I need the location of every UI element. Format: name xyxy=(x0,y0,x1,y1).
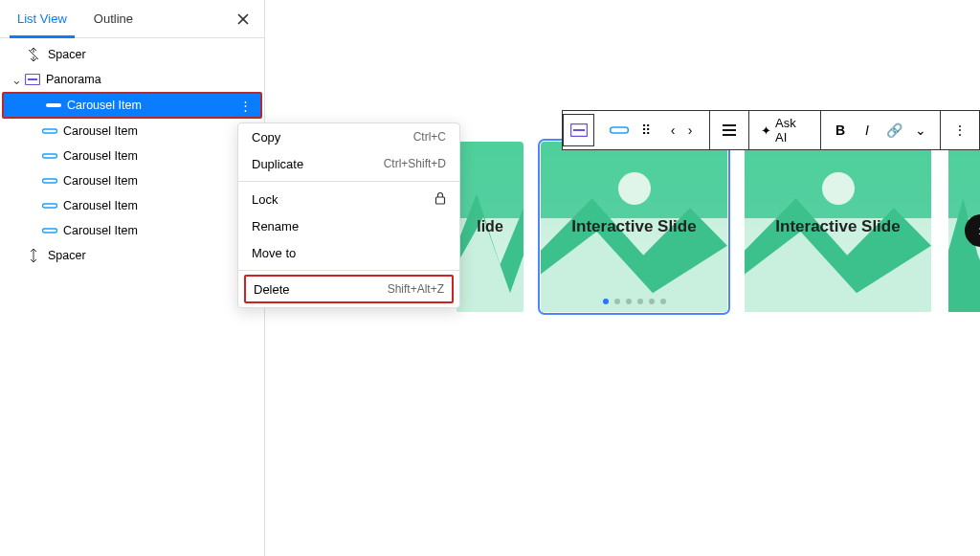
svg-rect-12 xyxy=(723,124,736,126)
drag-icon: ⠿ xyxy=(641,122,651,138)
close-icon xyxy=(236,12,250,26)
tree-item-carousel[interactable]: Carousel Item xyxy=(0,144,264,168)
link-icon: 🔗 xyxy=(886,122,902,138)
menu-item-move-to[interactable]: Move to xyxy=(238,239,459,266)
italic-icon: I xyxy=(865,122,869,138)
menu-item-duplicate[interactable]: Duplicate Ctrl+Shift+D xyxy=(238,150,459,177)
block-tree: Spacer ⌄ Panorama Carousel Item ⋮ Carous… xyxy=(0,38,264,272)
svg-rect-5 xyxy=(43,179,57,183)
dot[interactable] xyxy=(649,299,655,304)
tree-item-carousel-selected[interactable]: Carousel Item ⋮ xyxy=(2,92,262,119)
dot[interactable] xyxy=(626,299,632,304)
tree-item-carousel[interactable]: Carousel Item xyxy=(0,193,264,218)
spacer-icon xyxy=(27,47,42,62)
carousel-slide[interactable]: Interactive Slide xyxy=(745,142,931,312)
svg-rect-1 xyxy=(28,78,37,80)
bold-icon: B xyxy=(835,122,845,138)
menu-item-label: Rename xyxy=(252,219,299,234)
menu-item-rename[interactable]: Rename xyxy=(238,212,459,239)
bold-button[interactable]: B xyxy=(827,117,854,144)
menu-item-label: Lock xyxy=(252,192,278,207)
parent-block-button[interactable] xyxy=(563,114,594,146)
tree-item-label: Carousel Item xyxy=(67,99,142,112)
tree-item-label: Carousel Item xyxy=(63,149,138,163)
list-view-sidebar: List View Outline Spacer ⌄ Panorama Caro… xyxy=(0,0,265,556)
more-formatting-button[interactable]: ⌄ xyxy=(907,117,934,144)
panorama-carousel: lide Interactive Slide Interactive Slide xyxy=(457,142,980,312)
svg-rect-10 xyxy=(573,129,585,131)
menu-item-lock[interactable]: Lock xyxy=(238,186,459,212)
ask-ai-button[interactable]: ✦ Ask AI xyxy=(755,117,814,144)
menu-item-label: Move to xyxy=(252,246,296,260)
menu-separator xyxy=(238,181,459,182)
tree-item-label: Carousel Item xyxy=(63,124,138,138)
menu-item-copy[interactable]: Copy Ctrl+C xyxy=(238,123,459,150)
menu-item-delete[interactable]: Delete Shift+Alt+Z xyxy=(244,275,454,303)
sidebar-tabs: List View Outline xyxy=(0,0,264,38)
tree-item-label: Panorama xyxy=(46,73,101,86)
drag-handle[interactable]: ⠿ xyxy=(633,117,659,144)
pagination-dots xyxy=(603,299,666,304)
svg-rect-3 xyxy=(43,129,57,133)
svg-rect-14 xyxy=(723,134,736,136)
tree-item-panorama[interactable]: ⌄ Panorama xyxy=(0,67,264,92)
svg-rect-4 xyxy=(43,154,57,158)
ask-ai-label: Ask AI xyxy=(775,116,809,145)
move-right-button[interactable]: › xyxy=(677,117,703,144)
slide-title: Interactive Slide xyxy=(571,217,696,236)
svg-rect-11 xyxy=(611,127,629,133)
tab-outline[interactable]: Outline xyxy=(86,0,141,38)
menu-shortcut: Shift+Alt+Z xyxy=(388,282,444,296)
tree-item-carousel[interactable]: Carousel Item xyxy=(0,168,264,193)
menu-separator xyxy=(238,270,459,271)
menu-item-label: Duplicate xyxy=(252,157,303,171)
align-button[interactable] xyxy=(716,117,743,144)
dot-active[interactable] xyxy=(603,299,609,304)
svg-rect-7 xyxy=(43,229,57,233)
menu-item-label: Delete xyxy=(254,282,290,297)
carousel-slide-selected[interactable]: Interactive Slide xyxy=(541,142,727,312)
carousel-item-icon xyxy=(42,223,57,238)
tree-item-spacer[interactable]: Spacer xyxy=(0,42,264,67)
carousel-item-icon xyxy=(46,98,61,113)
italic-button[interactable]: I xyxy=(854,117,880,144)
carousel-slide[interactable]: lide xyxy=(457,142,523,312)
block-options-button[interactable]: ⋮ xyxy=(947,117,973,144)
panorama-icon xyxy=(570,123,588,137)
dot[interactable] xyxy=(614,299,620,304)
menu-item-label: Copy xyxy=(252,130,280,145)
carousel-item-icon xyxy=(42,173,57,189)
tab-list-view[interactable]: List View xyxy=(10,0,75,38)
tree-item-carousel[interactable]: Carousel Item xyxy=(0,218,264,243)
tree-item-label: Carousel Item xyxy=(63,224,138,237)
dot[interactable] xyxy=(660,299,666,304)
chevron-down-icon: ⌄ xyxy=(10,73,23,87)
tree-item-label: Spacer xyxy=(48,48,86,61)
chevron-down-icon: ⌄ xyxy=(915,122,926,138)
tree-item-label: Carousel Item xyxy=(63,174,138,188)
menu-shortcut: Ctrl+C xyxy=(413,130,446,144)
spacer-icon xyxy=(27,248,42,263)
svg-rect-2 xyxy=(46,103,61,107)
slide-title: lide xyxy=(477,218,503,235)
chevron-left-icon: ‹ xyxy=(671,122,676,138)
chevron-right-icon: › xyxy=(688,122,693,138)
close-sidebar-button[interactable] xyxy=(232,8,255,31)
carousel-item-type-button[interactable] xyxy=(606,117,633,144)
tree-item-label: Spacer xyxy=(48,249,86,262)
menu-shortcut: Ctrl+Shift+D xyxy=(384,157,446,170)
sparkle-icon: ✦ xyxy=(761,123,771,138)
carousel-item-icon xyxy=(42,148,57,164)
block-toolbar: ⠿ ‹ › ✦ Ask AI B I 🔗 ⌄ ⋮ xyxy=(562,110,980,150)
carousel-item-icon xyxy=(42,123,57,139)
dot[interactable] xyxy=(637,299,643,304)
tree-item-label: Carousel Item xyxy=(63,199,138,212)
tree-item-spacer[interactable]: Spacer xyxy=(0,243,264,268)
tree-item-carousel[interactable]: Carousel Item xyxy=(0,119,264,144)
link-button[interactable]: 🔗 xyxy=(880,117,907,144)
carousel-item-icon xyxy=(610,125,629,135)
panorama-icon xyxy=(25,72,40,87)
more-options-button[interactable]: ⋮ xyxy=(235,99,255,113)
svg-rect-8 xyxy=(436,197,445,204)
more-icon: ⋮ xyxy=(953,122,967,138)
